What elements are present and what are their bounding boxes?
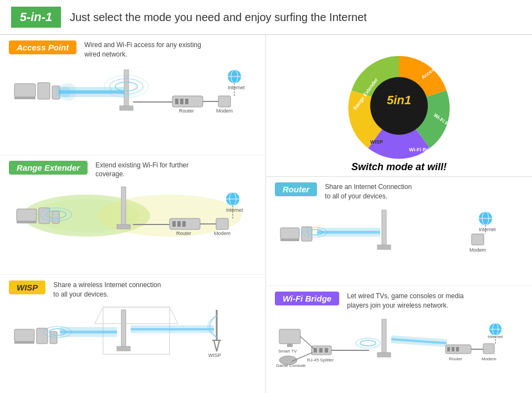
pie-section: 5in1 Access Point Wi-Fi Router Wi-Fi Bri… [266, 35, 532, 177]
svg-rect-110 [452, 347, 454, 351]
svg-rect-35 [172, 221, 176, 227]
svg-line-63 [214, 340, 217, 351]
svg-rect-2 [38, 83, 50, 99]
svg-rect-58 [117, 346, 130, 351]
svg-rect-15 [185, 99, 188, 104]
svg-point-103 [356, 338, 380, 348]
range-extender-section: Range Extender Extend existing Wi-Fi for… [0, 155, 265, 275]
svg-rect-74 [280, 239, 299, 241]
header-title: Just select the mode you need and enjoy … [70, 11, 367, 24]
svg-rect-57 [121, 310, 126, 348]
svg-text:Internet: Internet [479, 227, 496, 232]
modem-label-ap: Modem [216, 108, 233, 114]
svg-marker-48 [95, 307, 178, 324]
access-point-desc: Wired and Wi-Fi access for any existing … [84, 40, 201, 59]
svg-rect-36 [177, 221, 181, 227]
svg-rect-17 [218, 96, 231, 107]
wifi-bridge-label: Wi-Fi Bridge [275, 292, 339, 305]
pie-container: 5in1 Access Point Wi-Fi Router Wi-Fi Bri… [277, 39, 521, 167]
svg-text:Modem: Modem [482, 356, 497, 361]
svg-rect-105 [377, 353, 391, 357]
wisp-label: WISP [9, 280, 45, 294]
svg-text:Modem: Modem [469, 247, 486, 253]
svg-text:Router: Router [176, 231, 191, 236]
left-column: Access Point Wired and Wi-Fi access for … [0, 35, 266, 393]
access-point-diagram: Router Modem Internet [9, 62, 257, 123]
svg-rect-51 [37, 328, 48, 344]
svg-text:WISP: WISP [208, 353, 221, 358]
svg-rect-73 [280, 228, 299, 239]
svg-rect-90 [287, 344, 293, 347]
router-desc: Share an Internet Connection to all of y… [325, 182, 412, 201]
svg-rect-96 [319, 348, 323, 353]
access-point-label: Access Point [9, 40, 76, 54]
svg-rect-31 [121, 187, 126, 226]
svg-rect-82 [472, 234, 484, 245]
svg-rect-114 [483, 344, 494, 354]
svg-rect-26 [17, 221, 37, 223]
wifi-bridge-desc: Let wired TVs, game consoles or media pl… [347, 292, 464, 310]
page-header: 5-in-1 Just select the mode you need and… [0, 0, 532, 35]
svg-rect-25 [17, 209, 37, 221]
svg-rect-89 [279, 329, 300, 344]
svg-text:Smart TV: Smart TV [278, 349, 297, 354]
svg-rect-0 [14, 84, 35, 97]
svg-text:5in1: 5in1 [387, 93, 411, 107]
svg-rect-49 [14, 329, 34, 341]
router-label: Router [275, 182, 317, 196]
svg-text:Game Console: Game Console [276, 363, 306, 368]
svg-rect-95 [314, 348, 317, 353]
svg-rect-37 [182, 221, 186, 227]
svg-text:Router: Router [449, 356, 462, 361]
wisp-section: WISP Share a wireless Internet connectio… [0, 275, 265, 393]
internet-label-ap: Internet [228, 85, 245, 90]
svg-rect-104 [382, 319, 386, 354]
svg-rect-109 [447, 347, 450, 351]
svg-rect-1 [14, 97, 35, 99]
switch-mode-text: Switch mode at will! [277, 161, 521, 173]
svg-text:WISP: WISP [370, 139, 383, 145]
svg-rect-111 [456, 347, 459, 351]
svg-rect-81 [377, 245, 391, 249]
router-section: Router Share an Internet Connection to a… [266, 177, 532, 286]
svg-rect-14 [180, 99, 183, 104]
svg-rect-13 [175, 99, 178, 104]
svg-text:Modem: Modem [214, 231, 231, 236]
svg-rect-7 [120, 106, 133, 110]
svg-text:RJ-45 Splitter: RJ-45 Splitter [307, 358, 334, 363]
main-content: Access Point Wired and Wi-Fi access for … [0, 35, 532, 393]
badge-5in1: 5-in-1 [11, 7, 61, 28]
wisp-desc: Share a wireless Internet connection to … [53, 280, 161, 299]
svg-line-99 [300, 336, 314, 349]
svg-point-102 [360, 340, 376, 346]
wifi-bridge-diagram: Smart TV Game Console RJ-45 Splitter [275, 313, 523, 374]
svg-rect-40 [216, 218, 228, 229]
router-label-ap: Router [179, 108, 194, 114]
svg-text:Wi-Fi Bridge: Wi-Fi Bridge [409, 147, 438, 152]
access-point-section: Access Point Wired and Wi-Fi access for … [0, 35, 265, 155]
svg-rect-32 [117, 224, 130, 229]
svg-rect-50 [14, 341, 34, 344]
svg-rect-80 [382, 210, 386, 246]
svg-text:Internet: Internet [226, 207, 243, 213]
svg-line-64 [217, 340, 219, 351]
range-extender-diagram: Router Modem Internet [9, 181, 257, 242]
svg-rect-97 [325, 348, 328, 353]
wisp-diagram: WISP [9, 302, 257, 363]
router-diagram: Modem Internet [275, 203, 523, 264]
range-extender-label: Range Extender [9, 161, 88, 175]
range-extender-desc: Extend existing Wi-Fi for further covera… [95, 161, 188, 180]
wifi-bridge-section: Wi-Fi Bridge Let wired TVs, game console… [266, 286, 532, 393]
right-column: 5in1 Access Point Wi-Fi Router Wi-Fi Bri… [266, 35, 532, 393]
